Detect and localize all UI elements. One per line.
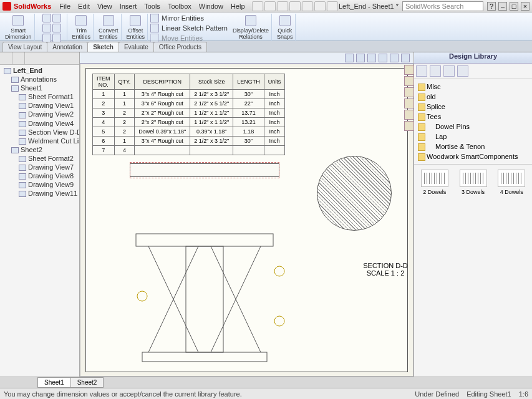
bom-cell[interactable]: 1: [93, 90, 115, 99]
designlib-folder[interactable]: old: [417, 92, 530, 102]
menu-toolbox[interactable]: Toolbox: [165, 1, 195, 11]
designlib-folder[interactable]: Lap: [417, 132, 530, 142]
bom-header[interactable]: QTY.: [114, 74, 135, 90]
bom-cell[interactable]: 7: [93, 146, 115, 155]
bom-row[interactable]: 113"x 4" Rough cut2 1/2" x 3 1/2"30"Inch: [93, 90, 285, 99]
taskpane-fileexp-icon[interactable]: [404, 87, 414, 97]
line-icon[interactable]: [42, 14, 51, 22]
menu-file[interactable]: File: [56, 1, 74, 11]
bom-cell[interactable]: 1: [114, 99, 135, 108]
new-doc-icon[interactable]: [252, 1, 263, 11]
bom-cell[interactable]: 1: [114, 90, 135, 99]
designlib-refresh-icon[interactable]: [443, 65, 455, 77]
bom-cell[interactable]: 5: [93, 127, 115, 137]
bom-cell[interactable]: 3"x 4" Rough cut: [135, 137, 190, 146]
bom-cell[interactable]: 2"x 2" Rough cut: [135, 108, 190, 118]
close-icon[interactable]: ×: [521, 2, 530, 11]
smart-dimension-button[interactable]: Smart Dimension: [2, 14, 35, 41]
feature-tree[interactable]: Left_EndAnnotationsSheet1Sheet Format1Dr…: [0, 65, 79, 377]
bom-cell[interactable]: 30": [233, 137, 264, 146]
sheet-tab-2[interactable]: Sheet2: [70, 377, 104, 388]
bom-row[interactable]: 52Dowel 0.39"x 1.18"0.39"x 1.18"1.18Inch: [93, 127, 285, 137]
bom-cell[interactable]: 2: [114, 118, 135, 127]
tab-evaluate[interactable]: Evaluate: [118, 42, 154, 52]
bom-cell[interactable]: 2 1/2" x 3 1/2": [190, 137, 233, 146]
bom-cell[interactable]: 1 1/2" x 1 1/2": [190, 118, 233, 127]
bom-cell[interactable]: Inch: [264, 137, 285, 146]
bom-cell[interactable]: 1.18: [233, 127, 264, 137]
tree-node[interactable]: Sheet1: [1, 84, 78, 92]
bom-cell[interactable]: 13.21: [233, 118, 264, 127]
display-style-icon[interactable]: [390, 54, 399, 62]
save-icon[interactable]: [277, 1, 288, 11]
bom-cell[interactable]: 22": [233, 99, 264, 108]
bom-header[interactable]: LENGTH: [233, 74, 264, 90]
zoom-fit-icon[interactable]: [345, 54, 354, 62]
linear-pattern-button[interactable]: Linear Sketch Pattern: [150, 24, 228, 32]
bom-cell[interactable]: [135, 146, 190, 155]
taskpane-designlib-icon[interactable]: [404, 76, 414, 86]
drawing-view-end[interactable]: [123, 228, 286, 365]
bom-cell[interactable]: [190, 146, 233, 155]
bom-header[interactable]: ITEM NO.: [93, 74, 115, 90]
bom-cell[interactable]: 2"x 2" Rough cut: [135, 118, 190, 127]
designlib-folder[interactable]: Woodwork SmartComponents: [417, 151, 530, 161]
search-input[interactable]: SolidWorks Search: [402, 1, 483, 11]
sheet-tab-1[interactable]: Sheet1: [37, 377, 71, 388]
quick-snaps-button[interactable]: Quick Snaps: [274, 14, 296, 41]
bom-cell[interactable]: 3"x 6" Rough cut: [135, 99, 190, 108]
bom-cell[interactable]: 2 1/2" x 3 1/2": [190, 90, 233, 99]
designlib-folder[interactable]: Misc: [417, 82, 530, 92]
tree-node[interactable]: Drawing View1: [1, 101, 78, 110]
designlib-thumbnail[interactable]: 4 Dowels: [495, 170, 528, 195]
open-doc-icon[interactable]: [264, 1, 276, 11]
tab-annotation[interactable]: Annotation: [47, 42, 88, 52]
bom-header[interactable]: Units: [264, 74, 285, 90]
convert-entities-button[interactable]: Convert Entities: [96, 14, 122, 41]
bom-cell[interactable]: Inch: [264, 118, 285, 127]
bom-cell[interactable]: 1 1/2" x 1 1/2": [190, 108, 233, 118]
bom-header[interactable]: Stock Size: [190, 74, 233, 90]
bom-cell[interactable]: 2: [93, 99, 115, 108]
bom-cell[interactable]: 3: [93, 108, 115, 118]
tree-node[interactable]: Weldment Cut List1: [1, 137, 78, 145]
spline-icon[interactable]: [42, 34, 51, 42]
designlib-thumbnail[interactable]: 2 Dowels: [418, 170, 452, 195]
bom-table[interactable]: ITEM NO.QTY.DESCRIPTIONStock SizeLENGTHU…: [92, 74, 285, 155]
bom-row[interactable]: 422"x 2" Rough cut1 1/2" x 1 1/2"13.21In…: [93, 118, 285, 127]
tab-sketch[interactable]: Sketch: [87, 42, 119, 52]
tree-node[interactable]: Section View D-D: [1, 128, 78, 137]
bom-cell[interactable]: [233, 146, 264, 155]
section-view-circle[interactable]: [317, 156, 392, 231]
tree-node[interactable]: Left_End: [1, 66, 78, 75]
designlib-addloc-icon[interactable]: [430, 65, 441, 77]
tree-node[interactable]: Drawing View2: [1, 110, 78, 118]
bom-cell[interactable]: 2: [114, 127, 135, 137]
property-manager-tab-icon[interactable]: [12, 52, 25, 64]
bom-cell[interactable]: 4: [114, 146, 135, 155]
bom-cell[interactable]: Inch: [264, 90, 285, 99]
drawing-canvas[interactable]: ITEM NO.QTY.DESCRIPTIONStock SizeLENGTHU…: [80, 64, 414, 377]
menu-help[interactable]: Help: [228, 1, 248, 11]
tree-node[interactable]: Sheet Format2: [1, 154, 78, 163]
bom-cell[interactable]: 0.39"x 1.18": [190, 127, 233, 137]
undo-icon[interactable]: [302, 1, 313, 11]
bom-cell[interactable]: Inch: [264, 127, 285, 137]
menu-window[interactable]: Window: [196, 1, 226, 11]
tree-node[interactable]: Sheet2: [1, 145, 78, 154]
point-icon[interactable]: [52, 34, 61, 42]
bom-header[interactable]: DESCRIPTION: [135, 74, 190, 90]
rect-icon[interactable]: [52, 14, 61, 22]
trim-entities-button[interactable]: Trim Entities: [70, 14, 94, 41]
feature-tree-tab-icon[interactable]: [0, 52, 12, 64]
tree-node[interactable]: Drawing View9: [1, 180, 78, 189]
bom-cell[interactable]: 6: [93, 137, 115, 146]
designlib-folder[interactable]: Tees: [417, 112, 530, 122]
designlib-help-icon[interactable]: [457, 65, 468, 77]
circle-icon[interactable]: [42, 24, 51, 32]
rebuild-icon[interactable]: [314, 1, 326, 11]
bom-cell[interactable]: Inch: [264, 99, 285, 108]
maximize-icon[interactable]: □: [510, 2, 518, 11]
tree-node[interactable]: Annotations: [1, 75, 78, 84]
bom-row[interactable]: 213"x 6" Rough cut2 1/2" x 5 1/2"22"Inch: [93, 99, 285, 108]
